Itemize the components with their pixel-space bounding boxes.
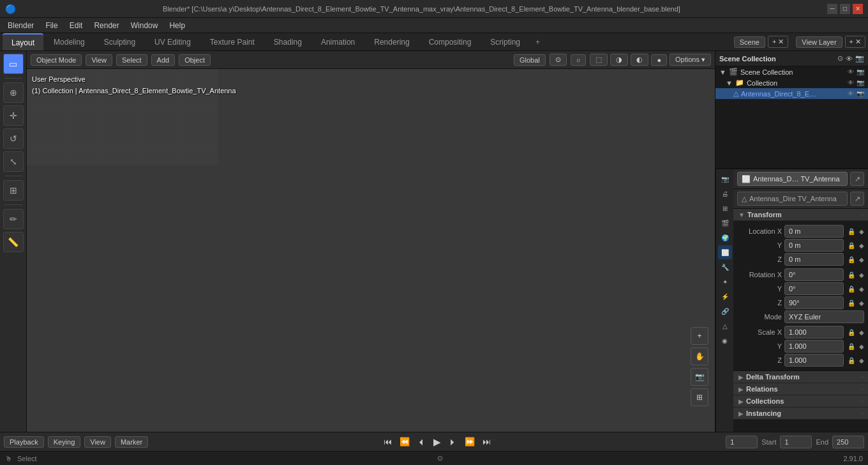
tab-animation[interactable]: Animation [312, 33, 364, 50]
scale-x-field[interactable]: 1.000 [784, 326, 844, 339]
camera-view-button[interactable]: 📷 [691, 368, 708, 386]
tab-shading[interactable]: Shading [265, 33, 311, 50]
end-frame-field[interactable]: 250 [832, 436, 864, 448]
object-props-icon[interactable]: ⬜ [718, 245, 732, 259]
tab-texture-paint[interactable]: Texture Paint [201, 33, 264, 50]
location-z-lock[interactable]: 🔒 [848, 256, 855, 263]
location-x-field[interactable]: 0 m [784, 225, 844, 238]
object-eye-icon[interactable]: 👁 [848, 90, 854, 97]
location-x-lock[interactable]: 🔒 [848, 228, 855, 235]
output-props-icon[interactable]: 🖨 [718, 187, 732, 201]
outliner-render-icon[interactable]: 📷 [855, 54, 864, 63]
proportional-edit[interactable]: ○ [571, 54, 587, 66]
scale-z-key[interactable]: ◆ [859, 357, 864, 364]
data-props-icon[interactable]: △ [718, 319, 732, 333]
menu-render[interactable]: Render [89, 20, 124, 31]
pan-button[interactable]: ✋ [691, 347, 708, 365]
scale-z-lock[interactable]: 🔒 [848, 357, 855, 364]
object-mode-selector[interactable]: Object Mode [31, 54, 82, 66]
jump-to-start-button[interactable]: ⏮ [382, 436, 394, 448]
location-z-field[interactable]: 0 m [784, 253, 844, 266]
rotation-x-field[interactable]: 0° [784, 268, 844, 281]
rotation-z-lock[interactable]: 🔒 [848, 300, 855, 307]
delta-transform-section-header[interactable]: ▶ Delta Transform ··· [733, 371, 868, 383]
rotation-z-key[interactable]: ◆ [859, 300, 864, 307]
relations-section-header[interactable]: ▶ Relations ··· [733, 383, 868, 395]
scale-y-field[interactable]: 1.000 [784, 340, 844, 353]
tab-sculpting[interactable]: Sculpting [95, 33, 144, 50]
keying-menu[interactable]: Keying [48, 436, 81, 448]
menu-window[interactable]: Window [126, 20, 163, 31]
annotate-tool[interactable]: ✏ [3, 209, 24, 229]
transform-selector[interactable]: Global [514, 54, 546, 66]
link-data-button[interactable]: ↗ [850, 192, 864, 206]
close-button[interactable]: ✕ [853, 4, 863, 14]
snap-button[interactable]: ⊙ [550, 54, 567, 66]
particles-props-icon[interactable]: ✦ [718, 275, 732, 289]
outliner-scene-collection[interactable]: ▼ 🎬 Scene Collection 👁 📷 [715, 66, 868, 77]
viewport[interactable]: Object Mode View Select Add Object Globa… [27, 51, 715, 432]
viewport-shading-material[interactable]: ◐ [631, 54, 648, 66]
rotation-z-field[interactable]: 90° [784, 296, 844, 309]
scale-x-lock[interactable]: 🔒 [848, 329, 855, 336]
start-frame-field[interactable]: 1 [780, 436, 812, 448]
jump-to-end-button[interactable]: ⏭ [481, 436, 493, 448]
move-tool[interactable]: ✛ [3, 105, 24, 126]
viewport-shading-wire[interactable]: ⬚ [590, 54, 608, 66]
link-object-button[interactable]: ↗ [850, 172, 864, 186]
transform-tool[interactable]: ⊞ [3, 180, 24, 201]
add-menu[interactable]: Add [151, 54, 176, 66]
play-button[interactable]: ▶ [431, 435, 443, 449]
data-name-field[interactable]: △ Antennas_Dire TV_Antenna [737, 192, 848, 206]
rotation-y-key[interactable]: ◆ [859, 286, 864, 293]
render-props-icon[interactable]: 📷 [718, 172, 732, 186]
measure-tool[interactable]: 📏 [3, 232, 24, 252]
rotation-x-lock[interactable]: 🔒 [848, 271, 855, 278]
render-visibility-icon[interactable]: 📷 [857, 68, 864, 75]
tab-uv-editing[interactable]: UV Editing [146, 33, 200, 50]
view-layer-props-icon[interactable]: ⊞ [718, 201, 732, 215]
world-props-icon[interactable]: 🌍 [718, 231, 732, 245]
playback-menu[interactable]: Playback [4, 436, 44, 448]
tab-modeling[interactable]: Modeling [45, 33, 94, 50]
location-z-key[interactable]: ◆ [859, 256, 864, 263]
view-layer-selector[interactable]: View Layer [796, 36, 842, 48]
modifier-props-icon[interactable]: 🔧 [718, 260, 732, 274]
eye-visibility-icon[interactable]: 👁 [848, 68, 854, 75]
view-menu[interactable]: View [86, 54, 112, 66]
current-frame-field[interactable]: 1 [726, 436, 758, 448]
step-back-button[interactable]: ⏴ [415, 436, 428, 448]
physics-props-icon[interactable]: ⚡ [718, 289, 732, 303]
outliner-filter-icon[interactable]: ⊙ [837, 54, 843, 63]
orthographic-button[interactable]: ⊞ [691, 388, 708, 406]
titlebar-controls[interactable]: ─ □ ✕ [827, 4, 863, 14]
select-menu[interactable]: Select [116, 54, 147, 66]
maximize-button[interactable]: □ [840, 4, 850, 14]
object-render-icon[interactable]: 📷 [857, 90, 864, 97]
outliner-antenna-object[interactable]: △ Antennas_Direct_8_E… 👁 📷 [715, 88, 868, 99]
step-forward-button[interactable]: ⏵ [447, 436, 459, 448]
rotation-x-key[interactable]: ◆ [859, 271, 864, 278]
rotation-mode-selector[interactable]: XYZ Euler [784, 310, 864, 323]
location-y-key[interactable]: ◆ [859, 242, 864, 249]
cursor-tool[interactable]: ⊕ [3, 82, 24, 103]
view-menu-bottom[interactable]: View [84, 436, 111, 448]
add-workspace-button[interactable]: + [530, 33, 545, 50]
scale-y-key[interactable]: ◆ [859, 343, 864, 350]
tab-scripting[interactable]: Scripting [481, 33, 529, 50]
jump-back-button[interactable]: ⏪ [398, 436, 412, 448]
collections-section-header[interactable]: ▶ Collections ··· [733, 395, 868, 408]
collection-eye-icon[interactable]: 👁 [848, 79, 854, 86]
viewport-canvas[interactable]: X Y Z User Perspective (1) Collection | … [27, 69, 715, 432]
menu-help[interactable]: Help [164, 20, 190, 31]
scale-z-field[interactable]: 1.000 [784, 354, 844, 367]
options-button[interactable]: Options ▾ [670, 54, 711, 66]
menu-edit[interactable]: Edit [64, 20, 88, 31]
scene-selector[interactable]: Scene [734, 36, 765, 48]
rotate-tool[interactable]: ↺ [3, 128, 24, 149]
viewport-shading-render[interactable]: ● [651, 54, 667, 66]
jump-forward-button[interactable]: ⏩ [463, 436, 477, 448]
menu-blender[interactable]: Blender [3, 20, 39, 31]
scene-props-icon[interactable]: 🎬 [718, 216, 732, 230]
minimize-button[interactable]: ─ [827, 4, 837, 14]
